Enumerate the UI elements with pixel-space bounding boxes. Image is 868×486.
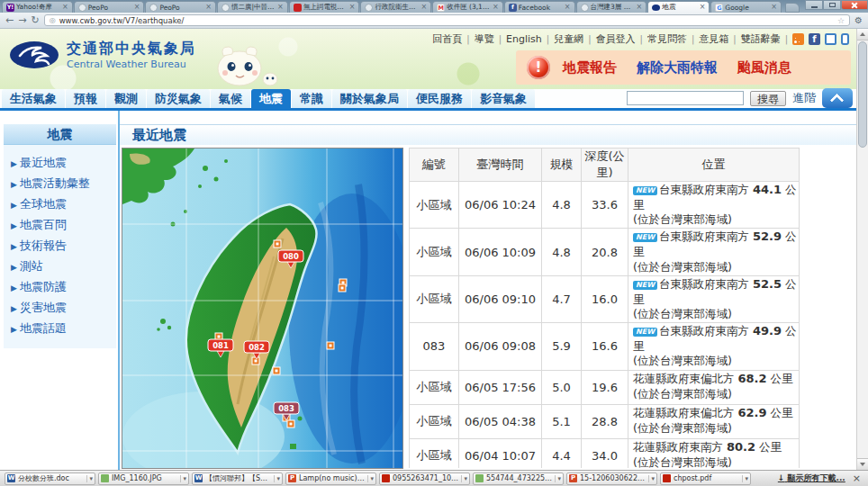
- tab-close-icon[interactable]: ×: [493, 4, 499, 11]
- tab-close-icon[interactable]: ×: [205, 4, 212, 11]
- maximize-button[interactable]: [823, 0, 841, 10]
- sidebar-item[interactable]: ▶地震活動彙整: [4, 174, 116, 194]
- nav-tab[interactable]: 便民服務: [408, 89, 471, 108]
- nav-tab[interactable]: 預報: [66, 89, 105, 108]
- download-item-menu-icon[interactable]: ▾: [461, 475, 467, 482]
- sidebar-item[interactable]: ▶災害地震: [4, 298, 116, 319]
- monitor-icon[interactable]: [825, 33, 836, 45]
- browser-tab[interactable]: Y!Yahoo!奇摩×: [2, 1, 73, 13]
- show-all-downloads-link[interactable]: ↓ 顯示所有下載...: [778, 472, 845, 484]
- nav-tab[interactable]: 關於氣象局: [332, 89, 407, 108]
- download-item[interactable]: chpost.pdf▾: [660, 472, 751, 485]
- download-item[interactable]: IMG_1160.JPG▾: [98, 472, 189, 485]
- tab-close-icon[interactable]: ×: [349, 4, 356, 11]
- bookmark-star-icon[interactable]: ☆: [837, 16, 845, 25]
- tab-close-icon[interactable]: ×: [277, 4, 284, 11]
- rss-icon[interactable]: [792, 33, 804, 45]
- sidebar-item[interactable]: ▶全球地震: [4, 194, 116, 215]
- nav-tab[interactable]: 生活氣象: [2, 89, 65, 108]
- back-button[interactable]: ←: [5, 14, 14, 27]
- tab-close-icon[interactable]: ×: [700, 4, 706, 11]
- scroll-top-button[interactable]: [822, 88, 853, 108]
- download-item-menu-icon[interactable]: ▾: [274, 475, 280, 482]
- download-item[interactable]: 554744_47322565...jpg▾: [473, 472, 564, 485]
- close-button[interactable]: [841, 0, 868, 10]
- page-info-icon[interactable]: ◎: [50, 16, 56, 24]
- earthquake-map[interactable]: 080081082083: [122, 148, 403, 469]
- download-item-menu-icon[interactable]: ▾: [648, 475, 655, 482]
- tab-close-icon[interactable]: ×: [134, 4, 140, 11]
- tab-close-icon[interactable]: ×: [565, 4, 571, 11]
- browser-tab[interactable]: fFacebook×: [504, 1, 575, 13]
- download-item[interactable]: PLamp(no music).ppt▾: [285, 472, 376, 485]
- sidebar-item[interactable]: ▶地震防護: [4, 277, 116, 298]
- scrollbar-thumb[interactable]: [858, 41, 867, 148]
- utility-link[interactable]: 導覽: [475, 32, 494, 46]
- bullet-icon: ▶: [11, 263, 17, 272]
- browser-tab[interactable]: PeoPo×: [74, 1, 145, 13]
- minimize-button[interactable]: [805, 0, 823, 10]
- scrollbar-down-button[interactable]: [857, 458, 868, 470]
- browser-tab[interactable]: GGoogle×: [710, 1, 782, 13]
- download-item[interactable]: W分校數分班.doc▾: [5, 472, 95, 485]
- download-item-menu-icon[interactable]: ▾: [555, 475, 561, 482]
- reload-button[interactable]: ↻: [31, 14, 39, 27]
- sidebar-item[interactable]: ▶最近地震: [4, 153, 116, 174]
- sidebar-item[interactable]: ▶技術報告: [4, 236, 116, 256]
- browser-tab[interactable]: M收件匣 (3,150) - ami×: [432, 1, 503, 13]
- nav-tab[interactable]: 觀測: [106, 89, 146, 108]
- settings-wrench-icon[interactable]: ⚙: [854, 15, 863, 25]
- utility-link[interactable]: 意見箱: [699, 32, 728, 46]
- utility-link[interactable]: 回首頁: [432, 32, 462, 46]
- alert-link[interactable]: 颱風消息: [737, 59, 791, 76]
- utility-link[interactable]: 兒童網: [554, 32, 583, 46]
- utility-link[interactable]: 雙語辭彙: [741, 32, 781, 46]
- forward-button[interactable]: →: [18, 14, 26, 27]
- sidebar-item[interactable]: ▶地震話題: [4, 319, 116, 339]
- search-button[interactable]: 搜尋: [750, 91, 786, 106]
- browser-tab[interactable]: 慣二廣|中晉近三年×: [217, 1, 288, 13]
- download-item[interactable]: W【慣河聯邦】【Sal...doc▾: [192, 472, 283, 485]
- cell-depth: 34.0: [582, 438, 628, 468]
- sidebar-item[interactable]: ▶測站: [4, 256, 116, 277]
- advanced-search-link[interactable]: 進階: [792, 90, 816, 106]
- browser-tab[interactable]: 行政院衛生保健署×: [360, 1, 431, 13]
- link-separator: |: [733, 34, 736, 44]
- page-scrollbar[interactable]: [856, 29, 868, 470]
- browser-tab[interactable]: 無上詞電視城-撥訊×: [289, 1, 360, 13]
- mobile-icon[interactable]: [841, 33, 849, 45]
- tab-close-icon[interactable]: ×: [771, 4, 777, 11]
- nav-tab[interactable]: 防災氣象: [147, 89, 210, 108]
- browser-tab[interactable]: 台灣建3層 需德優點×: [576, 1, 647, 13]
- sidebar-item[interactable]: ▶地震百問: [4, 215, 116, 236]
- nav-tab[interactable]: 地震: [251, 89, 291, 108]
- tab-close-icon[interactable]: ×: [636, 4, 642, 11]
- download-bar-close-icon[interactable]: ×: [853, 473, 861, 483]
- download-item-menu-icon[interactable]: ▾: [86, 475, 93, 482]
- new-tab-button[interactable]: [785, 3, 800, 13]
- cell-magnitude: 4.8: [542, 182, 582, 229]
- nav-tab[interactable]: 影音氣象: [472, 89, 535, 108]
- alert-link[interactable]: 地震報告: [563, 59, 617, 76]
- download-item-menu-icon[interactable]: ▾: [180, 475, 186, 482]
- utility-link[interactable]: 會員登入: [596, 32, 636, 46]
- nav-tab[interactable]: 氣候: [211, 89, 250, 108]
- browser-tab[interactable]: PeoPo×: [145, 1, 216, 13]
- tab-close-icon[interactable]: ×: [420, 4, 427, 11]
- download-item-menu-icon[interactable]: ▾: [742, 475, 748, 482]
- facebook-icon[interactable]: f: [809, 33, 820, 45]
- quake-spot-dot: [341, 287, 344, 290]
- nav-tab[interactable]: 常識: [292, 89, 331, 108]
- tab-close-icon[interactable]: ×: [62, 4, 68, 11]
- download-item[interactable]: P15-12060306221...pptx▾: [566, 472, 657, 485]
- cwb-logo[interactable]: 交通部中央氣象局 Central Weather Bureau: [9, 40, 196, 70]
- address-bar[interactable]: ◎ www.cwb.gov.tw/V7/earthquake/ ☆: [44, 14, 850, 26]
- download-item[interactable]: 0955263471_1010...pdf▾: [379, 472, 470, 485]
- scrollbar-up-button[interactable]: [857, 29, 868, 40]
- alert-link[interactable]: 解除大雨特報: [637, 59, 718, 76]
- download-item-menu-icon[interactable]: ▾: [367, 475, 374, 482]
- search-input[interactable]: [627, 91, 744, 105]
- utility-link[interactable]: 常見問答: [647, 32, 687, 46]
- utility-link[interactable]: English: [506, 33, 542, 45]
- browser-tab[interactable]: 地震×: [647, 1, 710, 13]
